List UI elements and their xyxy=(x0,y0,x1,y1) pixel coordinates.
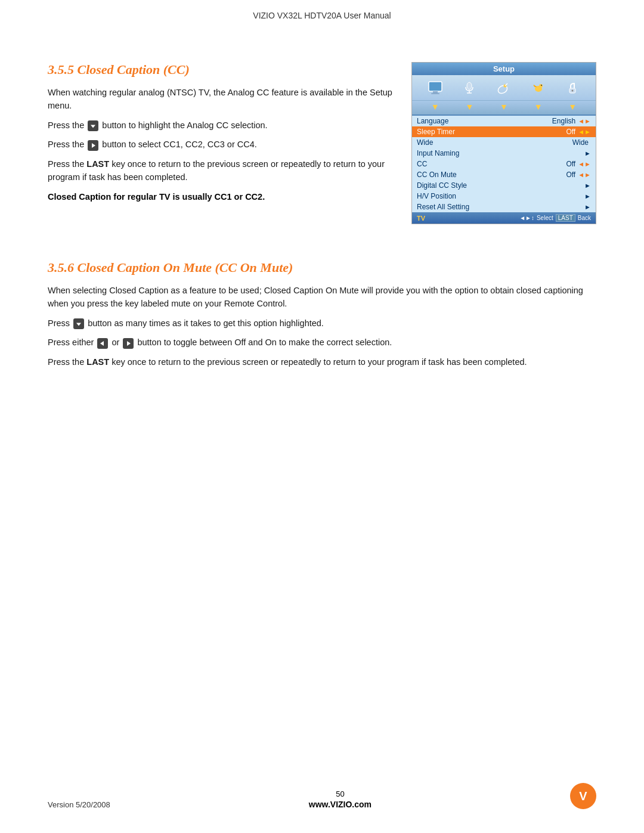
page-footer: Version 5/20/2008 50 www.VIZIO.com V xyxy=(0,783,644,809)
row-arrow-language: ◄► xyxy=(578,117,591,125)
svg-point-3 xyxy=(467,82,472,89)
row-value-cc-on-mute: Off xyxy=(566,171,575,179)
down-btn-icon-2 xyxy=(73,318,84,329)
section-356-title: 3.5.6 Closed Caption On Mute (CC On Mute… xyxy=(48,260,596,275)
setup-row-sleep-timer: Sleep Timer Off ◄► xyxy=(412,126,596,137)
row-arrow-sleep-timer: ◄► xyxy=(578,128,591,135)
row-label-hv-position: H/V Position xyxy=(417,192,582,200)
row-value-cc: Off xyxy=(566,160,575,168)
section-355-para2: Press the button to highlight the Analog… xyxy=(48,119,394,132)
setup-title: Setup xyxy=(412,63,596,75)
row-value-wide: Wide xyxy=(572,138,589,147)
setup-row-cc: CC Off ◄► xyxy=(412,159,596,169)
footer-tv-label: TV xyxy=(417,215,425,222)
left-btn-icon xyxy=(97,338,108,349)
icon-arrow-down-5: ▼ xyxy=(568,102,577,112)
setup-footer: TV ◄►↕ Select LAST Back xyxy=(412,212,596,224)
row-arrow-cc: ◄► xyxy=(578,160,591,168)
footer-back-label: Back xyxy=(578,215,591,221)
section-355: 3.5.5 Closed Caption (CC) When watching … xyxy=(48,62,596,224)
setup-icon-lock xyxy=(563,79,582,98)
footer-controls: ◄►↕ Select LAST Back xyxy=(519,214,591,222)
svg-rect-0 xyxy=(429,82,442,91)
footer-page-number: 50 xyxy=(110,789,570,798)
setup-row-reset-all: Reset All Setting ► xyxy=(412,202,596,212)
section-356-para1: When selecting Closed Caption as a featu… xyxy=(48,284,596,311)
section-355-para3: Press the button to select CC1, CC2, CC3… xyxy=(48,138,394,151)
setup-row-input-naming: Input Naming ► xyxy=(412,148,596,159)
footer-center: 50 www.VIZIO.com xyxy=(110,789,570,809)
setup-row-cc-on-mute: CC On Mute Off ◄► xyxy=(412,169,596,180)
section-356: 3.5.6 Closed Caption On Mute (CC On Mute… xyxy=(48,260,596,368)
section-355-title: 3.5.5 Closed Caption (CC) xyxy=(48,62,394,78)
row-label-language: Language xyxy=(417,117,552,125)
row-arrow-cc-on-mute: ◄► xyxy=(578,171,591,178)
setup-icon-bird xyxy=(529,79,548,98)
row-arrow-reset-all: ► xyxy=(584,203,591,210)
footer-last-label: LAST xyxy=(556,214,575,222)
icon-arrow-down-2: ▼ xyxy=(465,102,473,112)
section-356-para2: Press button as many times as it takes t… xyxy=(48,317,596,330)
icon-arrow-down-4: ▼ xyxy=(534,102,543,112)
row-label-wide: Wide xyxy=(417,138,572,147)
row-label-cc-on-mute: CC On Mute xyxy=(417,171,566,179)
down-button-icon xyxy=(88,120,98,131)
section-355-para1: When watching regular analog (NTSC) TV, … xyxy=(48,86,394,113)
right-btn-icon-2 xyxy=(123,338,134,349)
section-355-note: Closed Caption for regular TV is usually… xyxy=(48,190,394,203)
footer-nav-arrows: ◄►↕ xyxy=(519,215,534,221)
setup-icons-row1 xyxy=(412,75,596,101)
icon-arrow-down-3: ▼ xyxy=(500,102,508,112)
row-label-reset-all: Reset All Setting xyxy=(417,203,582,211)
svg-point-11 xyxy=(541,85,542,86)
setup-icon-monitor xyxy=(426,79,445,98)
row-label-sleep-timer: Sleep Timer xyxy=(417,128,566,136)
setup-ui-box: Setup xyxy=(411,62,596,224)
vizio-logo: V xyxy=(570,783,596,809)
svg-rect-1 xyxy=(433,91,438,93)
setup-icon-mic xyxy=(460,79,479,98)
footer-version: Version 5/20/2008 xyxy=(48,800,110,809)
section-355-text: 3.5.5 Closed Caption (CC) When watching … xyxy=(48,62,394,224)
icon-arrow-down-1: ▼ xyxy=(431,102,439,112)
svg-point-10 xyxy=(539,84,543,88)
setup-row-wide: Wide Wide xyxy=(412,137,596,148)
manual-title: VIZIO VX32L HDTV20A User Manual xyxy=(253,11,391,20)
setup-row-language: Language English ◄► xyxy=(412,116,596,126)
row-arrow-input-naming: ► xyxy=(584,150,591,157)
row-value-language: English xyxy=(552,117,575,125)
svg-rect-2 xyxy=(431,93,439,94)
row-value-sleep-timer: Off xyxy=(566,128,575,136)
section-355-para4: Press the LAST key once to return to the… xyxy=(48,157,394,184)
svg-point-13 xyxy=(572,90,574,92)
page-header: VIZIO VX32L HDTV20A User Manual xyxy=(0,0,644,26)
row-arrow-hv-position: ► xyxy=(584,193,591,200)
footer-url: www.VIZIO.com xyxy=(309,800,371,809)
section-356-para3: Press either or button to toggle between… xyxy=(48,336,596,349)
setup-menu: Language English ◄► Sleep Timer Off ◄► W… xyxy=(412,116,596,212)
row-label-input-naming: Input Naming xyxy=(417,149,582,157)
setup-row-hv-position: H/V Position ► xyxy=(412,191,596,202)
setup-row-digital-cc-style: Digital CC Style ► xyxy=(412,180,596,191)
footer-select-label: Select xyxy=(537,215,553,221)
row-label-cc: CC xyxy=(417,160,566,168)
section-356-para4: Press the LAST key once to return to the… xyxy=(48,355,596,368)
svg-point-6 xyxy=(497,84,509,95)
row-arrow-digital-cc-style: ► xyxy=(584,182,591,189)
right-button-icon xyxy=(88,140,98,151)
setup-icons-row2: ▼ ▼ ▼ ▼ ▼ xyxy=(412,101,596,116)
row-label-digital-cc-style: Digital CC Style xyxy=(417,181,582,190)
setup-icon-satellite xyxy=(494,79,513,98)
